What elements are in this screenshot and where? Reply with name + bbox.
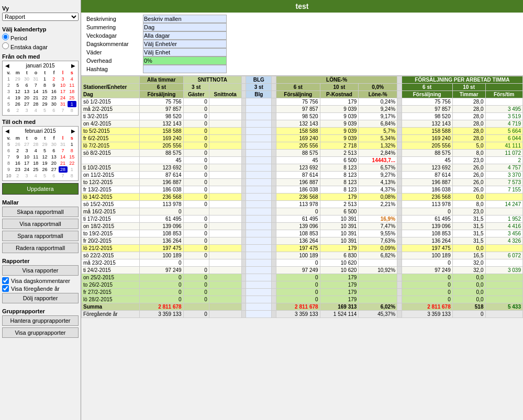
create-template-button[interactable]: Skapa rapportmall	[2, 207, 79, 217]
cell-gast	[183, 259, 209, 267]
cell-forstim: 4 326	[485, 237, 523, 245]
vader-input[interactable]	[143, 48, 227, 56]
radio-period[interactable]	[2, 33, 9, 40]
calendar-from[interactable]: ◀ januari 2015 ▶ v. m t o t f l s 1 2930…	[2, 61, 79, 116]
cell-timmar: 518	[452, 303, 485, 311]
cell-pkost: 6 830	[320, 252, 359, 259]
cell-snitt	[209, 106, 241, 113]
cell-pkost: 8 123	[320, 164, 359, 172]
cell-fors2: 0	[276, 208, 320, 215]
overhead-input[interactable]	[143, 56, 227, 65]
cell-forstim	[485, 274, 523, 281]
cb-prev-year-row: Visa föregående år	[2, 285, 79, 292]
show-group-button[interactable]: Visa grupprapporter	[2, 327, 79, 338]
cell-blg	[246, 311, 272, 318]
table-row: Summa 2 811 678 2 811 678 169 313 6,02% …	[82, 303, 523, 311]
cal-from-prev[interactable]: ◀	[4, 63, 10, 69]
grupprapporter-label: Grupprapporter	[2, 308, 79, 314]
cell-dag: on 11/2-2015	[82, 172, 140, 179]
cell-snitt	[209, 281, 241, 289]
cal-to-next[interactable]: ▶	[70, 128, 76, 134]
update-button[interactable]: Uppdatera	[2, 183, 79, 195]
cell-blg	[246, 267, 272, 274]
cal-to-prev[interactable]: ◀	[4, 128, 10, 134]
manage-group-button[interactable]: Hantera grupprapporter	[2, 315, 79, 326]
snittnota-header: Snittnota	[209, 91, 241, 98]
veckodagar-input[interactable]	[143, 31, 227, 40]
cell-dag: to 26/2-2015	[82, 281, 140, 289]
cell-snitt	[209, 267, 241, 274]
cell-fors1: 98 520	[140, 113, 184, 120]
cell-timmar: 32,0	[452, 259, 485, 267]
cell-forstim: 3 495	[485, 106, 523, 113]
cell-fors2: 132 143	[276, 120, 320, 128]
cal-from-grid: v. m t o t f l s 1 293031 1234 2 5678910…	[4, 70, 76, 113]
summering-input[interactable]	[143, 23, 227, 31]
cell-fors3: 0	[402, 296, 452, 303]
cell-fors1: 0	[140, 274, 184, 281]
cell-lone: 9,17%	[359, 113, 397, 120]
calendar-to[interactable]: ◀ februari 2015 ▶ v. m t o t f l s 5 262…	[2, 126, 79, 181]
table-row: fr 6/2-2015 169 240 0 169 240 9 039 5,34…	[82, 135, 523, 142]
save-template-button[interactable]: Spara rapportmall	[2, 231, 79, 241]
cell-fors1: 108 853	[140, 230, 184, 237]
cell-pkost: 179	[320, 289, 359, 296]
dagskommentar-label: Dagskommentar	[85, 40, 143, 48]
show-reports-button[interactable]: Visa rapporter	[2, 265, 79, 276]
cell-timmar: 28,0	[452, 106, 485, 113]
cell-fors2: 236 568	[276, 194, 320, 201]
cell-timmar: 5,0	[452, 142, 485, 150]
beskrivning-input[interactable]	[143, 15, 227, 23]
table-row: må 23/2-2015 0 0 10 620 0 32,0	[82, 259, 523, 267]
cell-snitt	[209, 135, 241, 142]
lone-header: Löne-%	[359, 91, 397, 98]
st-6-3: 6 st	[402, 84, 452, 91]
cell-pkost: 2 513	[320, 150, 359, 157]
cell-forstim	[485, 289, 523, 296]
cb-day-comments[interactable]	[2, 277, 9, 284]
cell-fors3: 108 853	[402, 230, 452, 237]
delete-template-button[interactable]: Radera rapportmall	[2, 243, 79, 253]
cell-forstim	[485, 296, 523, 303]
cell-blg	[246, 245, 272, 252]
cell-gast: 0	[183, 157, 209, 164]
cell-snitt	[209, 303, 241, 311]
cell-pkost: 6 500	[320, 157, 359, 164]
col-forsaljning-section: FÖRSÄLJNING PER ARBETAD TIMMA	[402, 76, 522, 84]
cell-fors3: 158 588	[402, 128, 452, 135]
cell-lone	[359, 296, 397, 303]
radio-enstaka[interactable]	[2, 42, 9, 49]
cell-fors1: 97 857	[140, 106, 184, 113]
cell-snitt	[209, 113, 241, 120]
radio-enstaka-label[interactable]: Enstaka dagar	[2, 44, 48, 50]
cell-snitt	[209, 128, 241, 135]
cell-dag: sö 15/2-2015	[82, 201, 140, 208]
cell-gast: 0	[183, 172, 209, 179]
hashtag-input[interactable]	[143, 65, 227, 73]
cell-fors2: 136 264	[276, 237, 320, 245]
cell-fors1: 205 556	[140, 142, 184, 150]
dagskommentar-input[interactable]	[143, 40, 227, 48]
cell-gast: 0	[183, 237, 209, 245]
cell-fors1: 3 359 133	[140, 311, 184, 318]
vy-select[interactable]: Rapport	[2, 13, 79, 21]
cb-prev-year[interactable]	[2, 285, 9, 292]
cell-fors1: 196 887	[140, 179, 184, 186]
hide-reports-button[interactable]: Dölj rapporter	[2, 293, 79, 303]
beskrivning-label: Beskrivning	[85, 15, 143, 23]
cell-dag: on 18/2-2015	[82, 223, 140, 230]
cell-gast: 0	[183, 289, 209, 296]
forstim-header: Förs/tim	[485, 91, 523, 98]
cal-from-next[interactable]: ▶	[70, 63, 76, 69]
cell-forstim: 7 573	[485, 179, 523, 186]
cell-forstim	[485, 281, 523, 289]
main-content: test Beskrivning Summering Veckodagar Da…	[81, 0, 523, 420]
cell-gast: 0	[183, 113, 209, 120]
cell-lone: 1,32%	[359, 142, 397, 150]
radio-period-label[interactable]: Period	[2, 35, 27, 41]
cell-dag: ti 3/2-2015	[82, 113, 140, 120]
table-row: to 26/2-2015 0 0 0 179 0 0,0	[82, 281, 523, 289]
stationer-header: Stationer/Enheter	[82, 84, 140, 91]
show-template-button[interactable]: Visa rapportmall	[2, 219, 79, 229]
cell-timmar: 31,5	[452, 215, 485, 223]
